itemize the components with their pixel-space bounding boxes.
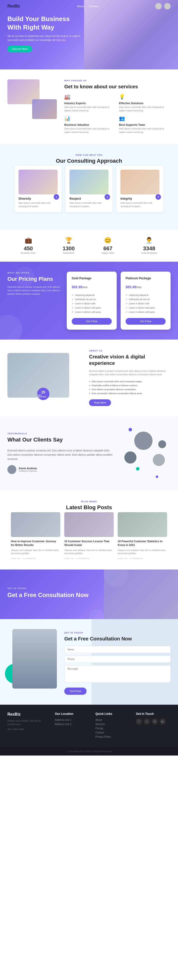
- copyright-text: © Copyright 2022 RexBiz All Rights Reser…: [8, 750, 170, 752]
- footer-location-heading: Our Location: [55, 712, 90, 716]
- pricing-cards: Gold Package $65.99/mo Adipiscing alique…: [67, 272, 170, 329]
- nav-icons: [155, 3, 170, 10]
- vision-label: ABOUT US: [89, 350, 170, 352]
- contact-person-container: [8, 629, 57, 689]
- footer-link-privacy: Privacy Policy: [95, 735, 130, 738]
- pricing-card-gold: Gold Package $65.99/mo Adipiscing alique…: [67, 272, 117, 329]
- blog-title-3: 19 Powerful Customer Statistics to Know …: [118, 539, 167, 547]
- diversity-title: Diversity: [19, 197, 58, 200]
- contact-section: GET IN TOUCH Get a Free Consultation Now…: [0, 619, 178, 705]
- footer-brand: RexBiz Aliquam erat volutpat. Nam dui mi…: [8, 712, 49, 740]
- service-title-valuation: Business Valuation: [64, 123, 116, 126]
- consulting-label: HOW CAN HELP YOU: [8, 154, 170, 156]
- gold-feature-4: Lorem in dictum velit paria: [72, 305, 112, 310]
- footer-location-item-2: Address Line 2: [55, 723, 90, 725]
- platinum-plan-name: Platinum Package: [126, 277, 165, 280]
- stat-employee-num: 3348: [141, 245, 157, 252]
- platinum-plan-price: $85.99/mo: [126, 282, 165, 290]
- author-title: Software Engineer: [19, 470, 37, 472]
- vision-feature-4: Duis consectetur laborum consectetur lab…: [89, 391, 170, 395]
- service-title-support: Best Supports Team: [119, 123, 170, 126]
- pricing-decoration-1: [0, 315, 22, 340]
- business-icon: 💼: [21, 237, 36, 244]
- service-desc-industry: Diam ipsum commodo diam sed consequat id…: [64, 106, 116, 112]
- about-image-2: [32, 99, 57, 119]
- integrity-title: Integrity: [120, 197, 159, 200]
- integrity-image: [120, 170, 159, 194]
- nav-link-contact[interactable]: Contact: [89, 5, 98, 8]
- diversity-num: 1: [54, 194, 59, 200]
- blog-title-2: 15 Customer Success Lesson That Should G…: [64, 539, 114, 547]
- platinum-get-button[interactable]: Get it Now: [126, 318, 165, 325]
- solutions-icon: 💡: [119, 94, 170, 100]
- vision-features: Diam ipsum commodo diam sed consequat ma…: [89, 380, 170, 395]
- social-google[interactable]: g+: [160, 719, 165, 724]
- vision-feature-3: Duis dolore consectetur laborum consecte…: [89, 387, 170, 391]
- contact-send-button[interactable]: Send Now: [64, 687, 87, 695]
- pricing-description: Eiusmod ullamco pariatur occaecat sed. D…: [8, 285, 62, 296]
- consulting-card-integrity: 3 Integrity Diam ipsum commodo diam sed …: [117, 166, 164, 212]
- nav-avatar[interactable]: [155, 3, 162, 10]
- blog-comments-1: 8 COMMENTS: [23, 557, 36, 560]
- services-grid: 🏭 Industry Experts Diam ipsum commodo di…: [64, 94, 170, 134]
- contact-message-input[interactable]: [64, 665, 170, 682]
- gold-get-button[interactable]: Get it Now: [72, 318, 112, 325]
- testimonial-quote: Eiusmod ullamco pariatur occaecat sed. D…: [8, 449, 114, 461]
- platinum-feature-1: Adipiscing aliquet ib: [126, 293, 165, 297]
- about-services-section: WHY CHOOSE US Get to know about our serv…: [0, 70, 178, 144]
- gold-feature-5: Lorem in dictum velit paria: [72, 310, 112, 314]
- service-desc-support: Diam ipsum commodo diam sed consequat id…: [119, 127, 170, 134]
- experience-years: 25: [41, 390, 45, 394]
- hero-cta-button[interactable]: Discover More: [8, 46, 32, 52]
- platinum-feature-2: Sollicitudin do aris du: [126, 297, 165, 301]
- blog-label: BLOG NEWS: [8, 500, 170, 503]
- footer-link-about: About: [95, 719, 130, 721]
- nav-link-about[interactable]: About: [77, 5, 84, 8]
- blog-date-2: JUNE 4TH: [64, 557, 74, 560]
- consulting-section: HOW CAN HELP YOU Our Consulting Approach…: [0, 144, 178, 229]
- vision-read-more-button[interactable]: Read More: [89, 399, 111, 406]
- vision-description: Eiusmod ullamco pariatur occaecat sed. D…: [89, 369, 170, 377]
- testimonials-section: TESTIMONIALS What Our Clients Say Eiusmo…: [0, 416, 178, 490]
- footer-social: f t in g+: [136, 719, 170, 724]
- gold-feature-2: Sollicitudin do aris du: [72, 297, 112, 301]
- footer-quicklinks-col: Quick Links About Services Pricing Conta…: [95, 712, 130, 740]
- consulting-card-respect: 2 Respect Diam ipsum commodo diam sed co…: [66, 166, 112, 212]
- service-desc-valuation: Diam ipsum commodo diam sed consequat id…: [64, 127, 116, 134]
- consulting-heading: Our Consulting Approach: [8, 158, 170, 164]
- testimonial-avatar-medium-1: [124, 451, 137, 465]
- about-label: WHY CHOOSE US: [64, 80, 170, 82]
- footer-link-services: Services: [95, 723, 130, 725]
- about-content: WHY CHOOSE US Get to know about our serv…: [64, 80, 170, 134]
- blog-image-3: [118, 512, 167, 537]
- employee-icon: 👨‍💼: [141, 237, 157, 244]
- blog-desc-3: Aliquam erat volutpat. Nam dui mi, tinci…: [118, 549, 167, 555]
- contact-name-input[interactable]: [64, 646, 170, 653]
- stat-satisfaction-num: 1300: [63, 245, 75, 252]
- pricing-section: WHAT WE OFFER Our Pricing Plans Eiusmod …: [0, 262, 178, 340]
- nav-avatar-2[interactable]: [164, 3, 170, 10]
- footer-quicklinks-heading: Quick Links: [95, 712, 130, 716]
- stat-satisfaction: 🏆 1300 Satisfaction: [63, 237, 75, 254]
- blog-image-2: [64, 512, 114, 537]
- service-item-solutions: 💡 Effective Solutions Diam ipsum commodo…: [119, 94, 170, 112]
- testimonial-avatar-medium-2: [152, 453, 165, 467]
- vision-feature-1: Diam ipsum commodo diam sed consequat ma…: [89, 380, 170, 383]
- nav-logo[interactable]: RexBiz: [8, 4, 20, 8]
- social-twitter[interactable]: t: [144, 719, 150, 724]
- social-linkedin[interactable]: in: [152, 719, 158, 724]
- testimonials-heading: What Our Clients Say: [8, 436, 114, 444]
- platinum-features: Adipiscing aliquet ib Sollicitudin do ar…: [126, 293, 165, 314]
- respect-desc: Diam ipsum commodo diam sed consequat id…: [69, 201, 109, 208]
- integrity-num: 3: [156, 194, 161, 200]
- footer-logo: RexBiz: [8, 712, 49, 717]
- testimonial-author: Kevin Andrew Software Engineer: [8, 465, 114, 474]
- blog-section: BLOG NEWS Latest Blog Posts How to Impro…: [0, 490, 178, 570]
- social-facebook[interactable]: f: [136, 719, 142, 724]
- cta-circle-2: [89, 609, 104, 619]
- pricing-decoration-2: [15, 267, 35, 286]
- contact-phone-input[interactable]: [64, 655, 170, 663]
- footer: RexBiz Aliquam erat volutpat. Nam dui mi…: [0, 705, 178, 747]
- blog-meta-3: JUNE 4TH 8 COMMENTS: [118, 557, 167, 560]
- testimonial-avatar-small: [158, 439, 167, 449]
